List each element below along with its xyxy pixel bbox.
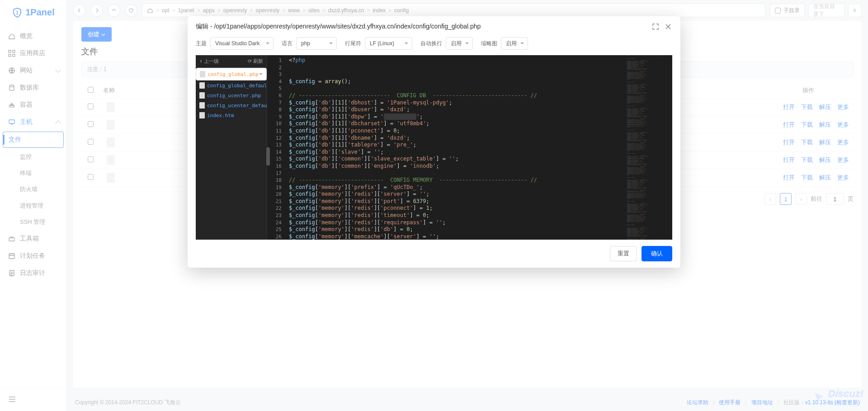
minimap-select[interactable]: 启用 (501, 37, 528, 50)
wrap-select[interactable]: 启用 (446, 37, 473, 50)
lang-select[interactable]: php (296, 37, 337, 50)
tree-up-button[interactable]: ↑ 上一级 (199, 58, 219, 65)
eol-select[interactable]: LF (Linux) (365, 37, 412, 50)
tree-file-item[interactable]: index.htm (196, 110, 267, 120)
tree-resize-handle[interactable] (266, 147, 270, 165)
tree-file-item[interactable]: config_ucenter.php (196, 90, 267, 100)
eol-label: 行尾符 (345, 40, 361, 47)
code-area[interactable]: <?php $_config = array(); // -----------… (285, 55, 627, 240)
modal-title: 编辑 - /opt/1panel/apps/openresty/openrest… (196, 23, 647, 31)
editor-modal: 编辑 - /opt/1panel/apps/openresty/openrest… (188, 16, 680, 268)
minimap[interactable]: <?php $_config = array(); // -----------… (627, 55, 672, 240)
reset-button[interactable]: 重置 (610, 246, 637, 261)
minimap-label: 缩略图 (481, 40, 497, 47)
editor: ↑ 上一级 ⟳ 刷新 config_global.phpconfig_globa… (196, 55, 672, 240)
fullscreen-icon[interactable] (651, 23, 660, 31)
theme-label: 主题 (196, 40, 207, 47)
wrap-label: 自动换行 (420, 40, 442, 47)
theme-select[interactable]: Visual Studio Dark (210, 37, 274, 50)
modal-mask: 编辑 - /opt/1panel/apps/openresty/openrest… (0, 0, 868, 411)
line-gutter: 1234567891011121314151617181920212223242… (267, 55, 285, 240)
close-icon[interactable] (664, 23, 672, 31)
tree-file-item[interactable]: config_global.php (196, 68, 267, 80)
file-tree: ↑ 上一级 ⟳ 刷新 config_global.phpconfig_globa… (196, 55, 267, 240)
tree-file-item[interactable]: config_ucenter_default.php (196, 100, 267, 110)
tree-file-item[interactable]: config_global_default.php (196, 80, 267, 90)
confirm-button[interactable]: 确认 (642, 246, 672, 261)
tree-refresh-button[interactable]: ⟳ 刷新 (248, 58, 263, 65)
lang-label: 语言 (282, 40, 292, 47)
